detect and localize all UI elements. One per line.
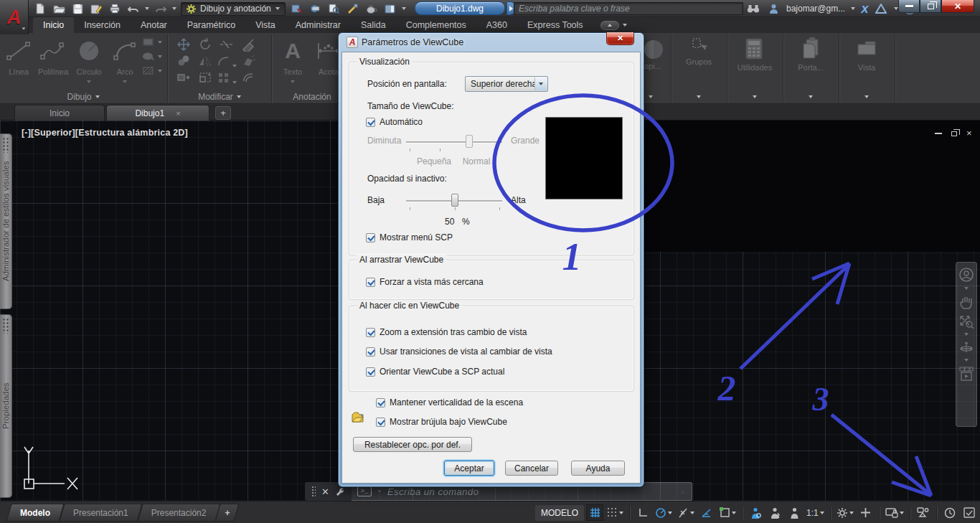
pan-hand-icon[interactable] [959, 294, 974, 310]
save-as-icon[interactable] [89, 2, 103, 15]
orbit-icon[interactable] [958, 340, 974, 354]
restore-defaults-button[interactable]: Restablecer opc. por def. [353, 437, 472, 452]
tab-a360[interactable]: A360 [476, 17, 517, 33]
annotation-scale-icon[interactable] [786, 504, 803, 521]
file-tab-close-icon[interactable]: × [176, 109, 180, 118]
plot-icon[interactable] [108, 2, 122, 15]
panel-dibujo-footer[interactable]: Dibujo [0, 90, 166, 103]
tab-anotar[interactable]: Anotar [131, 17, 177, 33]
cancel-button[interactable]: Cancelar [505, 461, 558, 476]
preview-icon[interactable] [327, 2, 341, 15]
exchange-apps-icon[interactable]: X [861, 3, 868, 15]
signed-in-user[interactable]: bajomar@gm... [786, 4, 845, 14]
erase-tool[interactable] [241, 37, 255, 55]
render-icon[interactable] [364, 2, 379, 15]
stretch-tool[interactable] [176, 72, 191, 86]
command-dropdown-icon[interactable] [378, 490, 382, 492]
ribbon-minimize-button[interactable] [600, 21, 619, 30]
tab-insercion[interactable]: Inserción [74, 17, 131, 33]
layout-tab-new[interactable]: + [217, 504, 237, 522]
new-file-icon[interactable] [33, 2, 47, 15]
grid-display-toggle[interactable] [586, 504, 603, 521]
layout-tab-presentacion2[interactable]: Presentación2 [140, 504, 218, 522]
object-snap-toggle[interactable] [717, 504, 738, 521]
display-lock-button[interactable] [884, 504, 905, 521]
tab-complementos[interactable]: Complementos [396, 17, 476, 33]
copy-tool[interactable] [176, 55, 191, 70]
opacity-slider-thumb[interactable] [451, 194, 458, 207]
annotation-monitor-button[interactable] [857, 504, 875, 521]
scale-dropdown-icon[interactable] [820, 512, 824, 514]
application-menu-button[interactable]: A [0, 0, 29, 34]
ortho-toggle[interactable] [634, 504, 651, 521]
snap-mode-toggle[interactable] [606, 504, 625, 521]
layer-translate-icon[interactable] [290, 2, 304, 15]
tab-vista[interactable]: Vista [245, 17, 286, 33]
orbit-dropdown-icon[interactable] [964, 359, 969, 362]
workspace-switch-button[interactable] [835, 504, 855, 521]
undo-icon[interactable] [126, 2, 141, 15]
polar-tracking-toggle[interactable] [654, 504, 674, 521]
workspace-selector[interactable]: Dibujo y anotación [181, 2, 286, 16]
annotation-visibility-toggle[interactable] [747, 504, 764, 521]
zoom-extents-icon[interactable] [958, 314, 974, 329]
workspace-dropdown-icon[interactable] [849, 512, 854, 514]
layout-tab-modelo[interactable]: Modelo [9, 504, 62, 522]
mirror-tool[interactable] [198, 55, 212, 70]
show-compass-checkbox[interactable]: Mostrar brújula bajo ViewCube [376, 417, 507, 427]
fillet-tool[interactable] [217, 55, 237, 70]
isolate-objects-button[interactable] [915, 504, 932, 521]
annotation-autoscale-toggle[interactable] [766, 504, 783, 521]
graphics-performance-button[interactable] [941, 504, 958, 521]
a360-icon[interactable] [874, 2, 888, 15]
tab-salida[interactable]: Salida [351, 17, 396, 33]
clean-screen-button[interactable] [961, 504, 978, 521]
command-grip[interactable] [311, 486, 316, 497]
minimize-button[interactable] [898, 0, 920, 13]
annotation-scale-value[interactable]: 1:1 [805, 504, 826, 521]
show-ucs-menu-checkbox[interactable]: Mostrar menú SCP [366, 232, 453, 242]
command-expand-icon[interactable]: ▲ [679, 488, 686, 495]
showmotion-icon[interactable] [958, 366, 974, 382]
view-transitions-checkbox[interactable]: Usar transiciones de vista al cambiar de… [366, 347, 552, 357]
rotate-tool[interactable] [198, 37, 212, 55]
ribbon-minimize-dropdown-icon[interactable] [623, 24, 627, 27]
zoom-dropdown-icon[interactable] [964, 333, 969, 336]
save-icon[interactable] [70, 2, 85, 15]
model-space-toggle[interactable]: MODELO [535, 505, 584, 521]
orient-to-ucs-checkbox[interactable]: Orientar ViewCube a SCP actual [366, 367, 504, 377]
arc-tool[interactable]: Arco [108, 36, 142, 85]
command-wrench-icon[interactable] [335, 486, 345, 496]
size-slider-track[interactable] [406, 141, 502, 143]
properties-icon[interactable] [346, 2, 360, 15]
snap-dropdown-icon[interactable] [619, 512, 623, 514]
redo-icon[interactable] [154, 2, 168, 15]
close-button[interactable]: ✕ [941, 0, 974, 13]
auto-size-checkbox[interactable]: Automático [366, 117, 423, 127]
polar-dropdown-icon[interactable] [668, 512, 672, 514]
text-tool[interactable]: A Texto [275, 36, 310, 85]
qat-dropdown-icon[interactable] [402, 7, 406, 10]
circle-tool[interactable]: Círculo [72, 36, 106, 85]
ellipse-tool[interactable] [142, 52, 162, 61]
user-dropdown-icon[interactable] [851, 7, 855, 10]
hatch-tool[interactable] [142, 66, 162, 75]
tab-express-tools[interactable]: Express Tools [517, 17, 593, 33]
trim-tool[interactable] [219, 39, 235, 53]
viewport-controls-label[interactable]: [-][Superior][Estructura alámbrica 2D] [22, 128, 188, 138]
line-tool[interactable]: Línea [1, 36, 36, 76]
position-combobox[interactable]: Superior derecha [465, 76, 548, 92]
polyline-tool[interactable]: Polilínea [36, 36, 70, 76]
osnap-tracking-dropdown-icon[interactable] [690, 512, 694, 514]
snap-closest-view-checkbox[interactable]: Forzar a vista más cercana [366, 277, 484, 287]
navwheel-dropdown-icon[interactable] [964, 287, 969, 290]
combo-arrow-icon[interactable] [534, 77, 547, 90]
open-file-icon[interactable] [52, 2, 66, 15]
drawing-restore-icon[interactable] [951, 131, 957, 136]
offset-tool[interactable] [241, 71, 255, 87]
palette-visual-styles[interactable]: Administrador de estilos visuales [0, 133, 12, 309]
batch-plot-icon[interactable] [308, 2, 323, 15]
size-slider-thumb[interactable] [466, 135, 473, 148]
new-drawing-tab-button[interactable]: + [215, 106, 231, 120]
restore-button[interactable] [920, 0, 941, 13]
